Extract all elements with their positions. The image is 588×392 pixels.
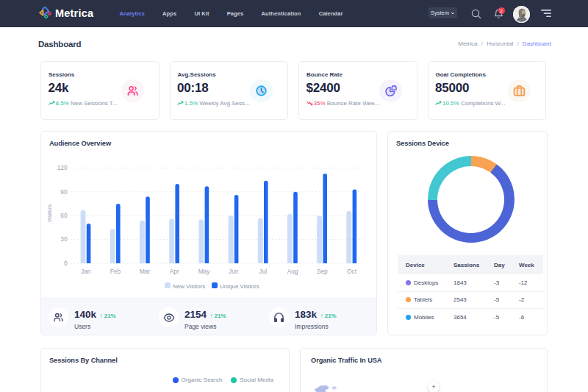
svg-text:Sep: Sep xyxy=(317,268,328,275)
svg-text:Aug: Aug xyxy=(287,268,298,275)
svg-text:Unique Visitors: Unique Visitors xyxy=(220,283,259,290)
svg-text:30: 30 xyxy=(60,235,68,243)
svg-text:Oct: Oct xyxy=(347,268,357,275)
svg-text:90: 90 xyxy=(60,188,68,196)
svg-text:Apr: Apr xyxy=(170,268,179,275)
svg-text:May: May xyxy=(198,268,211,275)
svg-text:0: 0 xyxy=(64,260,68,267)
svg-text:Jan: Jan xyxy=(81,268,91,275)
svg-text:New Visitors: New Visitors xyxy=(173,283,205,290)
svg-text:Mar: Mar xyxy=(140,268,151,275)
svg-text:120: 120 xyxy=(57,164,68,171)
svg-text:Feb: Feb xyxy=(110,268,121,275)
svg-text:60: 60 xyxy=(60,212,68,219)
svg-text:Visitors: Visitors xyxy=(46,204,53,223)
svg-text:Jun: Jun xyxy=(229,268,239,275)
svg-text:Jul: Jul xyxy=(259,268,268,275)
